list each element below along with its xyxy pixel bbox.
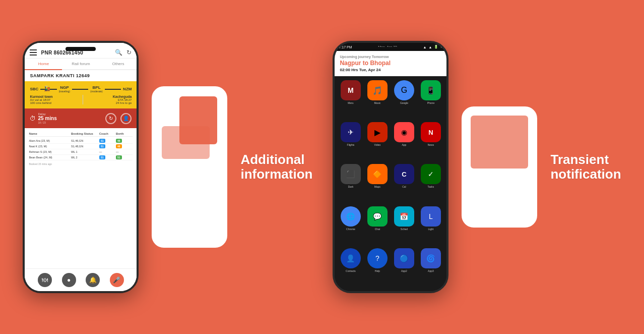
notification-card: Upcoming journey Tomorrow Nagpur to Bhop… [335,51,446,76]
phone-right: 7:17 PM Mon, Apr 23 ▲ ▲ 🔋 ▾ Upcoming jou… [333,41,448,293]
dropdown-icon[interactable]: ▾ [440,45,442,49]
app-item[interactable]: C Cal [392,164,416,203]
nav-food-btn[interactable]: 🍽 [38,273,52,287]
app-item[interactable]: 🔶 Maps [365,164,389,203]
delay-info: ⏱ Delay 25 mins 18 / 23 [30,113,56,124]
table-row: Rehman S (23, M) WL 1 — — [29,149,133,155]
delay-actions: ↻ 👤 [105,113,132,124]
bottom-nav: 🍽 ● 🔔 🎤 [25,268,137,291]
nav-mic-btn[interactable]: 🎤 [110,273,124,287]
app-item[interactable]: 👤 Contacts [339,248,362,287]
card-right-pink-top [471,116,528,169]
app-bar-left: PNR 8602661450 [30,49,83,55]
screen-dark: 7:17 PM Mon, Apr 23 ▲ ▲ 🔋 ▾ Upcoming jou… [335,43,446,291]
left-section: PNR 8602661450 🔍 ↻ Home Rail forum Other… [23,41,312,293]
table-row: Bean Bean (24, M) WL 2 S1 51 [29,155,133,160]
table-row: Alam Ara (23, M) S1,46,GN S1 46 [29,138,133,144]
nav-bell-btn[interactable]: 🔔 [86,273,100,287]
wifi-status-icon: ▲ [423,45,427,49]
booked-ago: Booked 15 mins ago [29,162,133,165]
stations-detail: Kurnool town Arr val at 18:07 100 cms be… [30,95,132,104]
station-left: Kurnool town Arr val at 18:07 100 cms be… [30,95,52,104]
nav-info-btn[interactable]: ● [62,273,76,287]
card-rect-mid-left [162,126,210,159]
app-item[interactable]: 🌀 App3 [419,248,442,287]
app-item[interactable]: ▶ Video [365,122,389,161]
station-divider [83,95,83,104]
tabs-bar: Home Rail forum Others [25,59,137,70]
train-name-section: SAMPARK KRANTI 12649 [25,70,137,81]
transient-title-line1: Transient [550,152,609,167]
route-line2 [72,89,88,90]
illustration-card-right [462,106,537,228]
passenger-table: Name Booking Status Coach Berth Alam Ara… [25,128,137,268]
transient-notification-label: Transient notification [550,152,621,181]
app-item[interactable]: 🎵 Music [365,80,389,119]
additional-info-label: Additional information [240,152,312,181]
route-line-container: SBC 🚂 NGP (traveling) BPL (moderate) [30,85,132,93]
delay-section: ⏱ Delay 25 mins 18 / 23 ↻ 👤 [25,108,137,128]
refresh-icon[interactable]: ↻ [126,49,132,56]
app-item[interactable]: 🔵 App2 [392,248,416,287]
illustration-card-left [152,86,227,248]
notif-upcoming: Upcoming journey Tomorrow [340,55,441,59]
route-line3 [105,89,121,90]
notif-time: 02:00 Hrs Tue, Apr 24 [340,68,441,72]
tab-rail-forum[interactable]: Rail forum [62,59,99,70]
screen-light: PNR 8602661450 🔍 ↻ Home Rail forum Other… [25,43,137,291]
card-right-white-bottom [471,175,528,200]
app-item[interactable]: G Google [392,80,416,119]
app-grid: M Meru 🎵 Music G Google [335,76,446,291]
search-icon[interactable]: 🔍 [115,49,122,56]
route-station-to: BPL (moderate) [90,85,102,93]
status-time: 7:17 PM [339,45,352,49]
battery-status-icon: 🔋 [434,45,438,49]
delay-text: Delay 25 mins 18 / 23 [38,113,56,124]
additional-info-title-line1: Additional [240,152,304,167]
train-icon: 🚂 [44,86,50,91]
pnr-text: PNR 8602661450 [41,50,83,55]
app-item[interactable]: 🌐 Chrome [339,206,362,245]
delay-icon: ⏱ [30,115,36,122]
status-icons: ▲ ▲ 🔋 ▾ [423,45,443,49]
route-section: SBC 🚂 NGP (traveling) BPL (moderate) [25,81,137,108]
app-item[interactable]: 💬 Chat [365,206,389,245]
app-item[interactable]: L Light [419,206,442,245]
train-name: SAMPARK KRANTI 12649 [30,73,132,78]
app-bar-icons: 🔍 ↻ [115,49,132,56]
app-item[interactable]: N News [419,122,442,161]
hamburger-icon[interactable] [30,49,37,55]
tab-others[interactable]: Others [99,59,137,70]
app-item[interactable]: ✈ Flights [339,122,362,161]
app-item[interactable]: ? Help [365,248,389,287]
app-bar: PNR 8602661450 🔍 ↻ [25,43,137,59]
route-station-end: NZM [123,87,132,91]
signal-status-icon: ▲ [429,45,432,49]
main-container: PNR 8602661450 🔍 ↻ Home Rail forum Other… [0,0,644,334]
route-line: 🚂 [40,89,56,90]
app-item[interactable]: ✓ Tasks [419,164,442,203]
app-item[interactable]: M Meru [339,80,362,119]
status-date: Mon, Apr 23 [378,45,397,49]
app-item[interactable]: 📱 Phone [419,80,442,119]
tab-home[interactable]: Home [25,59,62,70]
app-item[interactable]: ◉ App [392,122,416,161]
route-station-via: NGP (traveling) [59,85,70,93]
refresh-action-btn[interactable]: ↻ [105,113,116,124]
station-right: Kacheguda ETA 18:27 24 hrs to go [113,95,132,104]
phone-left: PNR 8602661450 🔍 ↻ Home Rail forum Other… [23,41,139,293]
notif-route: Nagpur to Bhopal [340,60,441,67]
table-header: Name Booking Status Coach Berth [29,131,133,137]
app-item[interactable]: 📅 Sched [392,206,416,245]
status-bar-dark: 7:17 PM Mon, Apr 23 ▲ ▲ 🔋 ▾ [335,43,446,51]
app-item[interactable]: ⬛ Dark [339,164,362,203]
person-action-btn[interactable]: 👤 [120,113,132,124]
additional-info-title-line2: information [240,167,312,182]
transient-title-line2: notification [550,167,621,182]
route-station-from: SBC [30,87,38,91]
table-row: Naat K (23, M) S1,48,GN S1 48 [29,144,133,149]
right-section: 7:17 PM Mon, Apr 23 ▲ ▲ 🔋 ▾ Upcoming jou… [333,41,621,293]
